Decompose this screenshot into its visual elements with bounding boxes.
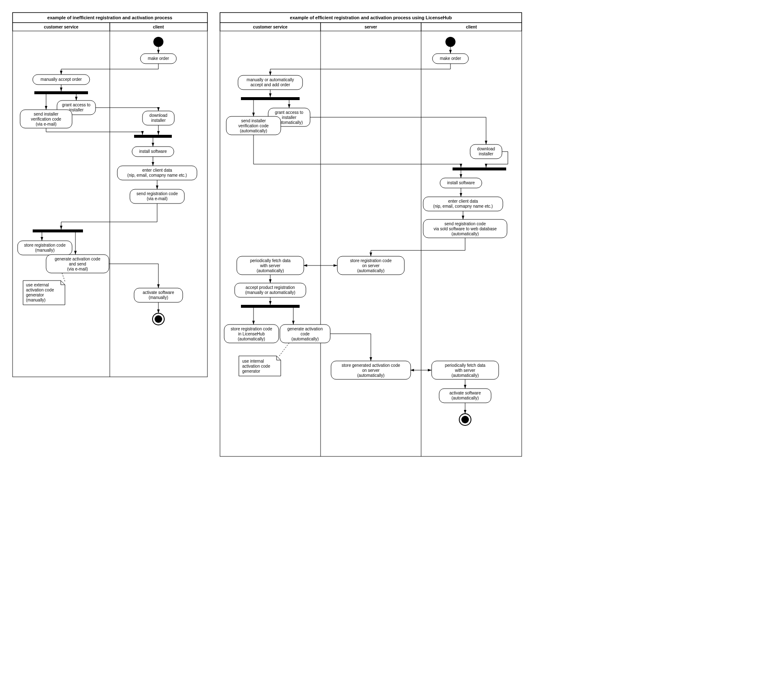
- right-lane-0: customer service: [253, 25, 288, 29]
- svg-text:make order: make order: [148, 56, 169, 61]
- svg-text:verification code: verification code: [238, 124, 269, 128]
- svg-text:(via e-mail): (via e-mail): [36, 122, 56, 126]
- svg-text:with server: with server: [260, 263, 281, 268]
- svg-text:accept and add order: accept and add order: [251, 82, 290, 87]
- svg-text:make order: make order: [440, 56, 461, 61]
- svg-text:send registration code: send registration code: [445, 222, 486, 226]
- svg-text:(automatically): (automatically): [238, 337, 265, 341]
- svg-text:store registration code: store registration code: [231, 327, 272, 331]
- svg-text:grant access to: grant access to: [275, 110, 303, 115]
- svg-text:send installer: send installer: [34, 112, 59, 116]
- svg-text:verification code: verification code: [31, 117, 62, 121]
- svg-text:enter client data: enter client data: [142, 168, 172, 173]
- svg-text:installer: installer: [282, 115, 297, 120]
- svg-text:(automatically): (automatically): [291, 337, 318, 341]
- svg-text:manually accept order: manually accept order: [41, 77, 82, 82]
- right-diagram: example of efficient registration and ac…: [220, 13, 522, 456]
- svg-text:code: code: [300, 332, 310, 336]
- svg-text:installer: installer: [479, 152, 494, 156]
- svg-text:store registration code: store registration code: [24, 243, 66, 247]
- left-diagram: example of inefficient registration and …: [13, 13, 207, 377]
- fork-bar-2: [33, 229, 83, 232]
- svg-text:store registration code: store registration code: [350, 258, 392, 263]
- svg-text:(automatically): (automatically): [357, 373, 384, 378]
- join-bar: [134, 135, 172, 138]
- svg-text:use external: use external: [26, 283, 49, 287]
- svg-text:(nip, email, comapny name etc.: (nip, email, comapny name etc.): [127, 173, 187, 178]
- svg-text:in LicenseHub: in LicenseHub: [238, 332, 265, 336]
- svg-text:accept product registration: accept product registration: [246, 285, 295, 290]
- svg-text:use internal: use internal: [242, 359, 264, 363]
- svg-text:generator: generator: [242, 369, 260, 374]
- svg-text:store generated activation cod: store generated activation code: [342, 363, 400, 368]
- svg-text:(manually or automatically): (manually or automatically): [245, 290, 295, 295]
- svg-text:(nip, email, comapny name etc.: (nip, email, comapny name etc.): [433, 204, 493, 209]
- svg-text:and send: and send: [69, 262, 86, 266]
- svg-line-38: [62, 273, 65, 281]
- left-title: example of inefficient registration and …: [47, 15, 172, 20]
- left-lane-0: customer service: [44, 25, 79, 29]
- svg-text:(automatically): (automatically): [256, 268, 284, 273]
- svg-text:(via e-mail): (via e-mail): [147, 196, 167, 201]
- svg-text:(manually): (manually): [26, 298, 46, 302]
- svg-line-96: [279, 343, 289, 357]
- left-lane-1: client: [153, 25, 164, 29]
- svg-text:activation code: activation code: [26, 288, 54, 292]
- svg-text:generate activation code: generate activation code: [55, 257, 101, 261]
- svg-text:(manually): (manually): [35, 248, 55, 252]
- svg-text:send registration code: send registration code: [137, 191, 178, 196]
- svg-text:grant access to: grant access to: [62, 103, 91, 107]
- svg-text:(automatically): (automatically): [451, 396, 479, 400]
- svg-text:on server: on server: [362, 368, 380, 373]
- svg-point-108: [461, 416, 469, 423]
- svg-text:download: download: [150, 113, 168, 118]
- svg-text:on server: on server: [362, 263, 380, 268]
- svg-text:(via e-mail): (via e-mail): [67, 267, 88, 271]
- initial-node: [153, 37, 163, 47]
- svg-text:with server: with server: [455, 368, 476, 373]
- svg-text:(automatically): (automatically): [451, 373, 479, 378]
- svg-text:activation code: activation code: [242, 364, 270, 368]
- svg-text:(automatically): (automatically): [240, 129, 267, 133]
- fork-bar-r: [241, 97, 300, 100]
- svg-text:send installer: send installer: [241, 119, 267, 123]
- svg-text:generator: generator: [26, 293, 44, 297]
- svg-text:periodically fetch data: periodically fetch data: [250, 258, 291, 263]
- right-lane-2: client: [466, 25, 477, 29]
- svg-text:download: download: [477, 147, 495, 151]
- svg-text:installer: installer: [151, 118, 166, 123]
- fork-bar-r2: [241, 305, 300, 308]
- svg-text:install software: install software: [139, 149, 167, 154]
- svg-text:via sold software to web datab: via sold software to web database: [434, 227, 497, 231]
- right-title: example of efficient registration and ac…: [290, 15, 452, 20]
- svg-text:periodically fetch data: periodically fetch data: [445, 363, 486, 368]
- svg-text:enter client data: enter client data: [448, 199, 478, 204]
- svg-text:(automatically): (automatically): [451, 232, 479, 236]
- svg-text:install software: install software: [447, 180, 475, 185]
- fork-bar: [34, 91, 88, 94]
- svg-text:installer: installer: [69, 108, 84, 112]
- svg-text:(manually): (manually): [149, 295, 168, 300]
- svg-text:manually or automatically: manually or automatically: [247, 77, 294, 82]
- right-lane-1: server: [365, 25, 377, 29]
- svg-point-42: [155, 315, 162, 323]
- svg-text:generate activation: generate activation: [287, 327, 323, 331]
- join-bar-r: [453, 167, 506, 170]
- svg-text:activate software: activate software: [449, 391, 481, 395]
- svg-text:activate software: activate software: [142, 290, 174, 295]
- svg-text:(automatically): (automatically): [357, 268, 384, 273]
- initial-node-r: [445, 37, 455, 47]
